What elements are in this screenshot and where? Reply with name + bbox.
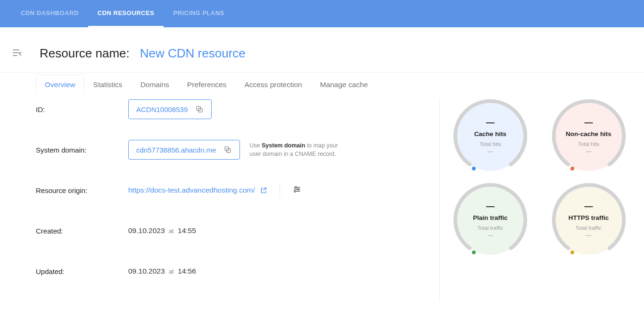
tab-preferences[interactable]: Preferences: [178, 74, 236, 95]
page-header: Resource name: New CDN resource: [0, 27, 644, 73]
nav-cdn-resources[interactable]: CDN RESOURCES: [88, 0, 164, 27]
system-domain-hint: Use System domain to map your user domai…: [249, 141, 348, 158]
origin-settings-icon[interactable]: [292, 185, 302, 196]
overview-details: ID: ACDN10008539 System domain: cdn57738…: [36, 99, 426, 301]
nav-cdn-dashboard[interactable]: CDN DASHBOARD: [11, 0, 88, 27]
tab-manage-cache[interactable]: Manage cache: [311, 74, 377, 95]
svg-point-12: [294, 191, 296, 192]
gauge-non-cache-hits: — Non-cache hits Total hits —: [552, 99, 626, 173]
id-value: ACDN10008539: [136, 105, 188, 113]
tab-domains[interactable]: Domains: [132, 74, 178, 95]
origin-link[interactable]: https://docs-test.advancedhosting.com/: [128, 186, 267, 194]
created-label: Created:: [36, 227, 128, 235]
updated-label: Updated:: [36, 267, 128, 275]
divider: [280, 182, 280, 199]
tabs: Overview Statistics Domains Preferences …: [36, 74, 377, 95]
field-system-domain: System domain: cdn57738856.ahacdn.me Use…: [36, 139, 426, 160]
origin-url: https://docs-test.advancedhosting.com/: [128, 186, 255, 194]
page-title-label: Resource name:: [40, 46, 130, 61]
id-label: ID:: [36, 105, 128, 113]
top-nav: CDN DASHBOARD CDN RESOURCES PRICING PLAN…: [0, 0, 644, 27]
svg-point-10: [297, 188, 299, 190]
id-value-pill: ACDN10008539: [128, 99, 212, 119]
svg-point-8: [295, 186, 297, 188]
content: ID: ACDN10008539 System domain: cdn57738…: [0, 73, 644, 301]
gauge-cache-hits: — Cache hits Total hits —: [453, 99, 528, 173]
updated-value: 09.10.2023 at 14:56: [128, 267, 196, 275]
tab-overview[interactable]: Overview: [36, 74, 84, 95]
tab-access-protection[interactable]: Access protection: [235, 74, 311, 95]
created-value: 09.10.2023 at 14:55: [128, 226, 196, 235]
gauge-https-traffic: — HTTPS traffic Total traffic —: [552, 183, 626, 257]
stats-gauges: — Cache hits Total hits — — Non-cache hi…: [439, 99, 633, 301]
system-domain-pill: cdn57738856.ahacdn.me: [128, 140, 240, 160]
open-external-icon: [260, 186, 267, 194]
resource-name: New CDN resource: [140, 46, 246, 61]
toggle-sidebar-icon[interactable]: [11, 47, 23, 60]
nav-pricing-plans[interactable]: PRICING PLANS: [164, 0, 233, 27]
gauge-plain-traffic: — Plain traffic Total traffic —: [453, 183, 528, 257]
copy-id-icon[interactable]: [195, 105, 204, 113]
tab-statistics[interactable]: Statistics: [84, 74, 132, 95]
field-origin: Resource origin: https://docs-test.advan…: [36, 180, 426, 201]
field-updated: Updated: 09.10.2023 at 14:56: [36, 261, 426, 282]
system-domain-label: System domain:: [36, 146, 128, 154]
copy-system-domain-icon[interactable]: [223, 145, 232, 154]
system-domain-value: cdn57738856.ahacdn.me: [136, 146, 216, 154]
origin-label: Resource origin:: [36, 186, 128, 194]
field-created: Created: 09.10.2023 at 14:55: [36, 220, 426, 241]
field-id: ID: ACDN10008539: [36, 99, 426, 120]
